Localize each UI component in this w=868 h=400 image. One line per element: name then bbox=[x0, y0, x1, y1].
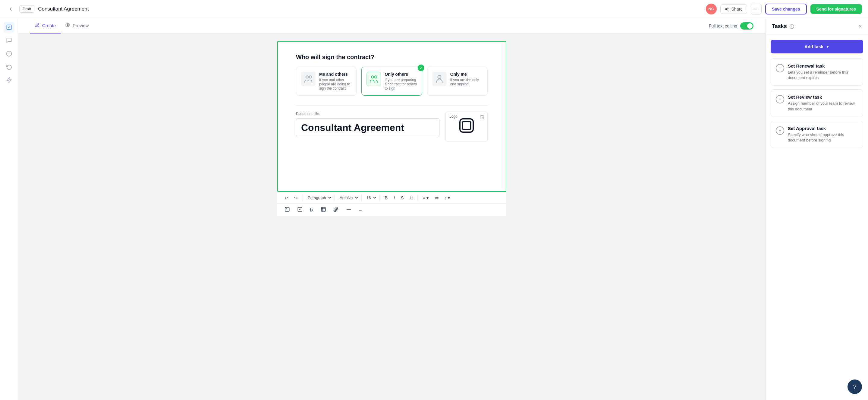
app-header: Draft Consultant Agreement NC Share ··· … bbox=[0, 0, 868, 18]
task-review-info: Set Review task Assign member of your te… bbox=[788, 94, 858, 112]
logo-box[interactable]: Logo bbox=[445, 112, 488, 142]
editor-toolbar-1: ↩ ↪ Paragraph Heading 1 Heading 2 Archiv… bbox=[277, 192, 506, 203]
task-review-title: Set Review task bbox=[788, 94, 858, 99]
list-button[interactable]: ≔ bbox=[432, 194, 441, 201]
only-me-icon bbox=[432, 72, 447, 86]
tab-create[interactable]: Create bbox=[30, 18, 61, 33]
only-me-text: Only me If you are the only one signing bbox=[450, 72, 483, 86]
toolbar-separator-1 bbox=[303, 195, 303, 201]
full-text-toggle-area: Full text editing bbox=[709, 22, 753, 30]
eye-icon bbox=[65, 23, 70, 29]
panel-close-button[interactable]: × bbox=[858, 23, 862, 30]
table-button[interactable] bbox=[318, 205, 329, 214]
main-layout: Create Preview Full text editing bbox=[0, 18, 868, 400]
task-add-renewal-button[interactable]: + bbox=[776, 64, 784, 73]
toolbar-separator-4 bbox=[379, 195, 380, 201]
signing-option-only-others[interactable]: Only others If you are preparing a contr… bbox=[361, 67, 422, 96]
avatar: NC bbox=[706, 4, 717, 15]
back-button[interactable] bbox=[6, 4, 16, 14]
info-icon bbox=[789, 24, 794, 29]
line-height-button[interactable]: ↕ ▾ bbox=[442, 194, 453, 201]
formula-button[interactable]: fx bbox=[307, 206, 316, 214]
signing-section: Who will sign the contract? Me and other… bbox=[296, 54, 488, 96]
sidebar-icon-info[interactable] bbox=[4, 48, 14, 59]
panel-header: Tasks × bbox=[766, 18, 868, 35]
signing-options: Me and others If you and other people ar… bbox=[296, 67, 488, 96]
svg-point-14 bbox=[375, 76, 377, 78]
left-sidebar bbox=[0, 18, 18, 400]
task-renewal-desc: Lets you set a reminder before this docu… bbox=[788, 70, 858, 81]
me-and-others-text: Me and others If you and other people ar… bbox=[319, 72, 351, 90]
svg-marker-9 bbox=[7, 78, 11, 83]
help-button[interactable]: ? bbox=[847, 379, 862, 394]
selected-checkmark: ✓ bbox=[418, 64, 424, 71]
document-wrapper: Who will sign the contract? Me and other… bbox=[277, 41, 506, 216]
strikethrough-button[interactable]: S bbox=[398, 194, 406, 201]
resize-button[interactable] bbox=[282, 205, 292, 214]
font-select[interactable]: Archivo bbox=[337, 194, 359, 201]
panel-title: Tasks bbox=[772, 23, 794, 30]
logo-label: Logo bbox=[450, 114, 458, 119]
send-for-signatures-button[interactable]: Send for signatures bbox=[810, 4, 862, 14]
signing-question: Who will sign the contract? bbox=[296, 54, 488, 61]
italic-button[interactable]: I bbox=[391, 194, 397, 201]
svg-point-11 bbox=[306, 76, 308, 78]
panel-body: Add task ▼ + Set Renewal task Lets you s… bbox=[766, 35, 868, 156]
sidebar-icon-bolt[interactable] bbox=[4, 75, 14, 86]
task-approval-desc: Specify who should approve this document… bbox=[788, 132, 858, 143]
more-options-button[interactable]: ··· bbox=[751, 4, 762, 15]
save-changes-button[interactable]: Save changes bbox=[765, 4, 807, 15]
task-approval-info: Set Approval task Specify who should app… bbox=[788, 126, 858, 143]
signing-option-me-and-others[interactable]: Me and others If you and other people ar… bbox=[296, 67, 356, 96]
logo-delete-button[interactable] bbox=[479, 114, 485, 121]
toolbar-separator-5 bbox=[417, 195, 418, 201]
title-side: Document title Consultant Agreement bbox=[296, 112, 439, 137]
checkbox-button[interactable] bbox=[295, 205, 305, 214]
only-others-title: Only others bbox=[384, 72, 417, 77]
svg-rect-20 bbox=[321, 207, 326, 211]
tabs-bar: Create Preview Full text editing bbox=[18, 18, 766, 34]
svg-point-15 bbox=[438, 76, 441, 79]
svg-line-4 bbox=[727, 8, 728, 9]
sidebar-icon-comment[interactable] bbox=[4, 35, 14, 46]
undo-button[interactable]: ↩ bbox=[282, 194, 290, 201]
section-divider bbox=[296, 105, 488, 106]
document-title-field[interactable]: Consultant Agreement bbox=[296, 118, 439, 137]
svg-point-13 bbox=[371, 76, 374, 78]
signing-option-only-me[interactable]: Only me If you are the only one signing bbox=[427, 67, 488, 96]
task-add-approval-button[interactable]: + bbox=[776, 126, 784, 135]
only-others-icon bbox=[367, 72, 381, 86]
sidebar-icon-checklist[interactable] bbox=[4, 22, 14, 33]
only-me-desc: If you are the only one signing bbox=[450, 78, 483, 86]
full-text-label: Full text editing bbox=[709, 24, 737, 28]
task-add-review-button[interactable]: + bbox=[776, 95, 784, 104]
svg-line-3 bbox=[727, 9, 728, 10]
only-me-title: Only me bbox=[450, 72, 483, 77]
svg-point-0 bbox=[728, 7, 729, 8]
redo-button[interactable]: ↪ bbox=[292, 194, 300, 201]
sidebar-icon-history[interactable] bbox=[4, 61, 14, 73]
document-title-label: Document title bbox=[296, 112, 439, 116]
align-button[interactable]: ≡ ▾ bbox=[420, 194, 431, 201]
draft-badge: Draft bbox=[19, 5, 34, 13]
full-text-toggle-switch[interactable] bbox=[740, 22, 753, 30]
attachment-button[interactable] bbox=[331, 205, 341, 214]
divider-button[interactable] bbox=[344, 205, 354, 214]
task-renewal-info: Set Renewal task Lets you set a reminder… bbox=[788, 63, 858, 81]
pencil-icon bbox=[35, 23, 40, 29]
add-task-button[interactable]: Add task ▼ bbox=[771, 40, 863, 53]
only-others-desc: If you are preparing a contract for othe… bbox=[384, 78, 417, 90]
size-select[interactable]: 16 bbox=[364, 194, 377, 201]
tab-create-label: Create bbox=[42, 23, 56, 28]
me-and-others-icon bbox=[301, 72, 315, 86]
tasks-panel: Tasks × Add task ▼ + Set Renewal task Le… bbox=[766, 18, 868, 400]
svg-point-12 bbox=[309, 76, 312, 78]
tab-preview[interactable]: Preview bbox=[61, 18, 93, 33]
logo-preview-icon bbox=[459, 118, 474, 136]
tab-preview-label: Preview bbox=[73, 23, 89, 28]
underline-button[interactable]: U bbox=[407, 194, 415, 201]
share-button[interactable]: Share bbox=[720, 4, 747, 14]
bold-button[interactable]: B bbox=[382, 194, 390, 201]
more-toolbar-button[interactable]: ··· bbox=[356, 206, 365, 213]
paragraph-select[interactable]: Paragraph Heading 1 Heading 2 bbox=[305, 194, 332, 201]
